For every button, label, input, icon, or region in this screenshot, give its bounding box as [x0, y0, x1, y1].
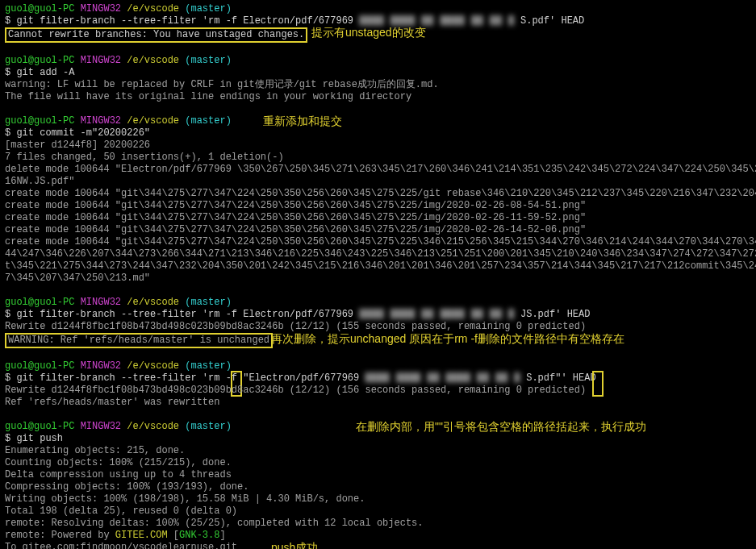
git-output: The file will have its original line end…	[5, 91, 751, 103]
git-output: warning: LF will be replaced by CRLF in …	[5, 79, 751, 91]
git-output: remote: Powered by GITEE.COM [GNK-3.8]	[5, 530, 751, 542]
branch: (master)	[185, 3, 232, 15]
git-output: t\345\221\275\344\273\244\347\232\204\35…	[5, 260, 751, 272]
shell-name: MINGW32	[81, 3, 121, 15]
annotation-unstaged: 提示有unstaged的改变	[311, 27, 426, 39]
redacted-text: ████ ████ ██ ████ ██ ██ █	[359, 309, 515, 320]
git-output: remote: Resolving deltas: 100% (25/25), …	[5, 518, 751, 530]
git-output: create mode 100644 "git\344\275\277\347\…	[5, 188, 751, 200]
git-output: create mode 100644 "git\344\275\277\347\…	[5, 200, 751, 212]
warning-unchanged: WARNING: Ref 'refs/heads/master' is unch…	[5, 333, 751, 348]
prompt-line[interactable]: guol@guol-PC MINGW32 /e/vscode (master) …	[5, 115, 751, 127]
git-output: To gitee.com:findmoon/vscodelearnuse.git…	[5, 542, 751, 549]
user-host: guol@guol-PC	[5, 3, 74, 15]
cmd-filter-branch-2[interactable]: $ git filter-branch --tree-filter 'rm -f…	[5, 309, 751, 321]
annotation-unchanged: 再次删除，提示unchanged 原因在于rm -f删除的文件路径中有空格存在	[271, 333, 624, 345]
annotation-readd: 重新添加和提交	[263, 115, 342, 127]
redacted-text: ████ ████ ██ ████ ██ ██ █	[365, 372, 520, 384]
git-output: 44\247\346\226\207\344\273\266\344\271\2…	[5, 248, 751, 260]
cmd-git-commit[interactable]: $ git commit -m"20200226"	[5, 127, 751, 139]
prompt-line[interactable]: guol@guol-PC MINGW32 /e/vscode (master)	[5, 55, 751, 67]
git-output: [master d1244f8] 20200226	[5, 139, 751, 152]
git-output: Delta compression using up to 4 threads	[5, 469, 751, 481]
annotation-push-ok: push成功	[271, 542, 318, 549]
redacted-text: ████ ████ ██ ████ ██ ██ █	[359, 15, 515, 27]
cwd: /e/vscode	[127, 3, 179, 15]
cmd-git-add[interactable]: $ git add -A	[5, 67, 751, 79]
git-output: 16NW.JS.pdf"	[5, 176, 751, 188]
git-output: create mode 100644 "git\344\275\277\347\…	[5, 236, 751, 248]
git-output: Rewrite d1244f8fbc1f08b473bd498c023b09bd…	[5, 385, 751, 397]
git-output: Counting objects: 100% (215/215), done.	[5, 457, 751, 469]
highlight-box: WARNING: Ref 'refs/heads/master' is unch…	[5, 333, 273, 348]
prompt-line[interactable]: guol@guol-PC MINGW32 /e/vscode (master)	[5, 297, 751, 309]
git-output: 7 files changed, 50 insertions(+), 1 del…	[5, 152, 751, 164]
cmd-filter-branch-3[interactable]: $ git filter-branch --tree-filter 'rm -f…	[5, 372, 751, 385]
git-output: create mode 100644 "git\344\275\277\347\…	[5, 212, 751, 224]
git-output: Rewrite d1244f8fbc1f08b473bd498c023b09bd…	[5, 321, 751, 333]
git-output: Ref 'refs/heads/master' was rewritten	[5, 397, 751, 409]
prompt-line[interactable]: guol@guol-PC MINGW32 /e/vscode (master)	[5, 3, 751, 15]
git-output: Enumerating objects: 215, done.	[5, 445, 751, 457]
prompt-line[interactable]: guol@guol-PC MINGW32 /e/vscode (master) …	[5, 421, 751, 433]
annotation-quoted: 在删除内部，用""引号将包含空格的路径括起来，执行成功	[356, 421, 646, 433]
prompt-line[interactable]: guol@guol-PC MINGW32 /e/vscode (master)	[5, 360, 751, 372]
git-output: create mode 100644 "git\344\275\277\347\…	[5, 224, 751, 236]
git-output: 7\345\207\347\250\213.md"	[5, 272, 751, 285]
highlight-box: Cannot rewrite branches: You have unstag…	[5, 27, 307, 43]
git-output: delete mode 100644 "Electron/pdf/677969 …	[5, 164, 751, 176]
git-output: Writing objects: 100% (198/198), 15.58 M…	[5, 493, 751, 505]
git-output: Compressing objects: 100% (193/193), don…	[5, 481, 751, 493]
filter-branch-error: Cannot rewrite branches: You have unstag…	[5, 27, 751, 43]
git-output: Total 198 (delta 25), reused 0 (delta 0)	[5, 505, 751, 518]
cmd-git-push[interactable]: $ git push	[5, 433, 751, 445]
